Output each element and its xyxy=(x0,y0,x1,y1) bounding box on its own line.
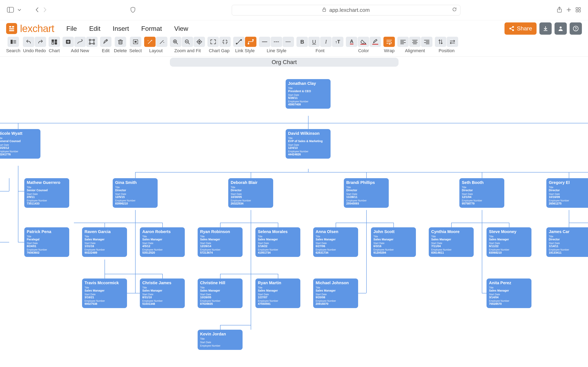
share-button[interactable]: Share xyxy=(504,22,536,35)
org-node[interactable]: John ScottTitleSales ManagerStart Date6/… xyxy=(371,227,416,257)
menu-insert[interactable]: Insert xyxy=(113,25,129,33)
line-dash-button[interactable] xyxy=(271,37,282,47)
value-emp: 73511433 xyxy=(27,202,67,205)
org-node[interactable]: Kevin JordanTitleStart DateEmployee Numb… xyxy=(198,330,242,350)
fill-color-button[interactable] xyxy=(358,37,369,47)
org-node[interactable]: Deborah BlairTitleDirectorStart Date10/3… xyxy=(228,178,273,208)
align-right-button[interactable] xyxy=(421,37,432,47)
address-bar[interactable]: app.lexchart.com xyxy=(232,5,460,16)
align-left-button[interactable] xyxy=(397,37,409,47)
svg-rect-10 xyxy=(9,26,11,27)
download-button[interactable] xyxy=(539,22,552,35)
org-node[interactable]: Christie JamesTitleSales ManagerStart Da… xyxy=(140,278,185,308)
bbox-button[interactable] xyxy=(86,37,98,47)
org-node[interactable]: Aaron RobertsTitleSales ManagerStart Dat… xyxy=(140,227,185,257)
menu-edit[interactable]: Edit xyxy=(89,25,100,33)
underline-button[interactable]: U xyxy=(308,37,320,47)
help-button[interactable] xyxy=(570,22,582,35)
line-dot-button[interactable] xyxy=(283,37,294,47)
org-node[interactable]: Steve MooneyTitleSales ManagerStart Date… xyxy=(486,227,531,257)
svg-rect-41 xyxy=(119,41,122,44)
link-diag-button[interactable] xyxy=(233,37,245,47)
org-node[interactable]: Jonathan ClayTitlePresident & CEOStart D… xyxy=(286,79,330,109)
label-start: Start Date xyxy=(231,193,271,196)
menu-file[interactable]: File xyxy=(66,25,77,33)
grid-button[interactable] xyxy=(49,37,60,47)
menu-format[interactable]: Format xyxy=(141,25,162,33)
org-node[interactable]: Ryan RobinsonTitleSales ManagerStart Dat… xyxy=(198,227,242,257)
back-icon[interactable] xyxy=(35,7,39,14)
reload-icon[interactable] xyxy=(452,7,457,13)
org-node[interactable]: Ryan MartinTitleSales ManagerStart Date1… xyxy=(255,278,300,308)
bold-button[interactable]: B xyxy=(296,37,308,47)
menu-view[interactable]: View xyxy=(174,25,188,33)
link-orth-button[interactable] xyxy=(245,37,256,47)
share-system-icon[interactable] xyxy=(557,7,562,14)
tab-grid-icon[interactable] xyxy=(575,7,581,13)
expand-button[interactable] xyxy=(208,37,219,47)
align-center-button[interactable] xyxy=(409,37,421,47)
org-node[interactable]: Cynthia MooreTitleSales ManagerStart Dat… xyxy=(429,227,474,257)
wrap-button[interactable] xyxy=(383,37,395,47)
org-node[interactable]: David WilkinsonTitleEVP of Sales & Marke… xyxy=(286,129,330,159)
org-node[interactable]: Nicole WyattTitleGeneral CounselStart Da… xyxy=(0,129,40,159)
select-all-button[interactable] xyxy=(130,37,141,47)
target-button[interactable] xyxy=(194,37,205,47)
redo-button[interactable] xyxy=(35,37,46,47)
connector xyxy=(74,223,104,223)
chart-canvas[interactable]: Org Chart Jonathan ClayTitlePresident & … xyxy=(0,57,588,367)
org-node[interactable]: Anna OlsenTitleSales ManagerStart Date6/… xyxy=(313,227,358,257)
connector xyxy=(0,242,9,242)
label-start: Start Date xyxy=(200,242,240,245)
plus-button[interactable] xyxy=(62,37,74,47)
link-curve-button[interactable] xyxy=(74,37,86,47)
node-name: Jonathan Clay xyxy=(288,81,328,86)
org-node[interactable]: James CarTitleDirectorStart Date1/14/11E… xyxy=(546,227,588,257)
org-node[interactable]: Raven GarciaTitleSales ManagerStart Date… xyxy=(82,227,127,257)
sort-v-button[interactable] xyxy=(435,37,446,47)
svg-point-14 xyxy=(510,28,511,29)
tool-label: Position xyxy=(439,48,454,53)
swap-h-button[interactable] xyxy=(447,37,458,47)
wand2-button[interactable] xyxy=(156,37,167,47)
new-tab-icon[interactable] xyxy=(566,7,572,13)
chevron-down-icon[interactable] xyxy=(17,8,21,12)
org-node[interactable]: Patrick PenaTitleParalegalStart Date8/24… xyxy=(24,227,69,257)
org-node[interactable]: Selena MoralesTitleSales ManagerStart Da… xyxy=(255,227,300,257)
pen-color-button[interactable] xyxy=(370,37,381,47)
connector xyxy=(251,172,251,178)
org-node[interactable]: Gregory ElTitleDirectorStart Date10/16/0… xyxy=(546,178,588,208)
canvas-tab[interactable]: Org Chart xyxy=(170,58,398,67)
italic-button[interactable]: I xyxy=(320,37,332,47)
zoom-in-button[interactable] xyxy=(170,37,181,47)
node-name: Selena Morales xyxy=(258,229,298,234)
label-emp: Employee Number xyxy=(346,200,386,202)
sidebar-toggle-icon[interactable] xyxy=(7,7,14,13)
text-color-button[interactable]: A xyxy=(346,37,357,47)
org-node[interactable]: Brandi PhillipsTitleDirectorStart Date11… xyxy=(344,178,389,208)
value-title: Sales Manager xyxy=(489,238,529,241)
logo[interactable]: lexchart xyxy=(6,23,54,34)
contract-button[interactable] xyxy=(219,37,231,47)
forward-icon[interactable] xyxy=(43,7,47,14)
line-solid-button[interactable] xyxy=(259,37,270,47)
undo-button[interactable] xyxy=(23,37,34,47)
account-button[interactable] xyxy=(554,22,567,35)
org-node[interactable]: Seth BoothTitleDirectorStart Date12/1/04… xyxy=(459,178,504,208)
zoom-out-button[interactable] xyxy=(182,37,193,47)
shield-icon[interactable] xyxy=(130,7,136,14)
wand-button[interactable] xyxy=(144,37,156,47)
org-node[interactable]: Mathew GuerreroTitleSenior CounselStart … xyxy=(24,178,69,208)
org-node[interactable]: Christine HillTitleSales ManagerStart Da… xyxy=(198,278,242,308)
org-node[interactable]: Michael JohnsonTitleSales ManagerStart D… xyxy=(313,278,358,308)
tool-label: Color xyxy=(358,48,369,53)
textsize-button[interactable]: TT xyxy=(332,37,343,47)
trash-button[interactable] xyxy=(115,37,126,47)
org-node[interactable]: Anita PerezTitleSales ManagerStart Date3… xyxy=(486,278,531,308)
pencil-button[interactable] xyxy=(100,37,112,47)
value-start: 1/31/16 xyxy=(85,245,125,248)
org-node[interactable]: Travis MccormickTitleSales ManagerStart … xyxy=(82,278,127,308)
value-start: 12/1/04 xyxy=(462,196,502,199)
search-button[interactable] xyxy=(8,37,19,47)
org-node[interactable]: Gina SmithTitleDirectorStart Date12/5/15… xyxy=(113,178,158,208)
